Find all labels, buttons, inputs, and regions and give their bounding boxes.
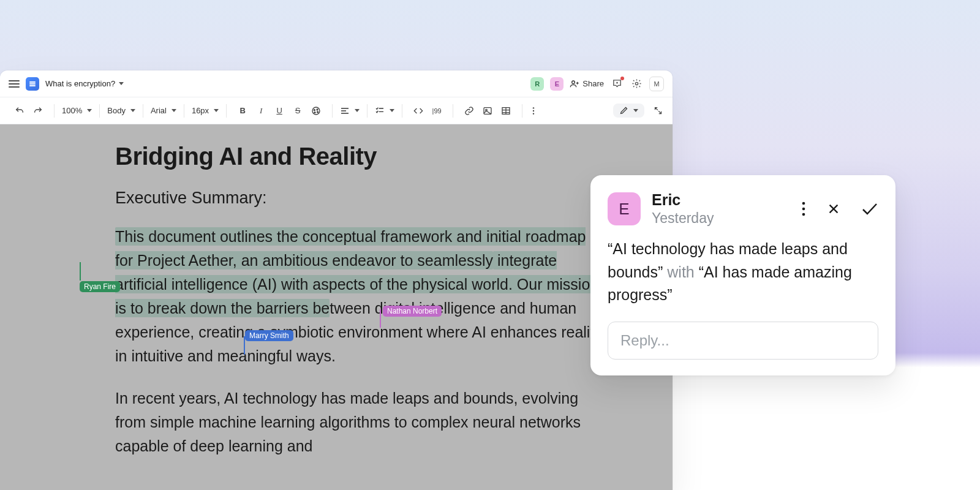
svg-point-4 — [317, 109, 318, 110]
topbar: What is encryption? R E Share M — [0, 70, 673, 97]
comment-close-button[interactable] — [827, 202, 840, 216]
notification-dot — [620, 77, 624, 80]
checklist-select[interactable] — [372, 106, 397, 116]
expand-button[interactable] — [652, 102, 664, 119]
collab-avatar-r[interactable]: R — [530, 77, 544, 91]
person-add-icon — [570, 79, 579, 89]
strikethrough-button[interactable]: S — [292, 102, 304, 119]
zoom-value: 100% — [62, 106, 82, 115]
collab-tag-marry: Marry Smith — [245, 330, 293, 341]
svg-point-2 — [312, 107, 320, 115]
svg-point-15 — [802, 213, 805, 216]
paragraph-1: This document outlines the conceptual fr… — [115, 225, 605, 368]
share-label: Share — [582, 79, 604, 88]
paragraph-2: In recent years, AI technology has made … — [115, 386, 605, 458]
line-number-value: 99 — [434, 107, 441, 115]
user-avatar-m[interactable]: M — [649, 77, 664, 91]
style-value: Body — [107, 106, 126, 115]
style-select[interactable]: Body — [105, 106, 138, 115]
redo-button[interactable] — [32, 102, 44, 119]
collab-tag-nathan: Nathan Norbert — [383, 306, 442, 317]
svg-point-5 — [317, 111, 318, 113]
document-canvas[interactable]: Bridging AI and Reality Executive Summar… — [0, 124, 673, 490]
comment-header: E Eric Yesterday — [608, 191, 878, 227]
checklist-icon — [375, 106, 385, 116]
svg-point-6 — [314, 111, 315, 113]
comment-resolve-button[interactable] — [861, 202, 878, 216]
svg-point-14 — [802, 208, 805, 211]
pen-icon — [619, 106, 628, 115]
cursor-nathan — [380, 309, 381, 328]
edit-mode-select[interactable] — [613, 104, 644, 118]
comment-body: “AI technology has made leaps and bounds… — [608, 238, 878, 307]
color-button[interactable] — [310, 102, 322, 119]
align-select[interactable] — [337, 106, 362, 116]
chevron-down-icon — [130, 109, 135, 112]
svg-point-11 — [533, 110, 534, 111]
comment-more-button[interactable] — [801, 201, 806, 217]
doc-heading: Bridging AI and Reality — [115, 143, 605, 170]
settings-icon[interactable] — [630, 77, 643, 91]
code-button[interactable] — [412, 102, 424, 119]
table-button[interactable] — [500, 102, 512, 119]
title-dropdown-icon[interactable] — [119, 82, 124, 85]
more-button[interactable] — [527, 102, 540, 119]
font-select[interactable]: Arial — [148, 106, 179, 115]
reply-input[interactable]: Reply... — [608, 322, 878, 360]
collab-tag-ryan: Ryan Fire — [80, 281, 120, 292]
app-window: What is encryption? R E Share M — [0, 70, 673, 490]
italic-button[interactable]: I — [255, 102, 267, 119]
formatting-toolbar: 100% Body Arial 16px B I U S — [0, 97, 673, 124]
chevron-down-icon — [172, 109, 176, 112]
svg-point-0 — [572, 81, 575, 84]
reply-placeholder: Reply... — [620, 332, 669, 349]
link-button[interactable] — [463, 102, 475, 119]
share-button[interactable]: Share — [570, 79, 604, 89]
doc-app-icon — [26, 77, 39, 91]
comment-connector: with — [663, 263, 698, 281]
svg-point-10 — [533, 107, 534, 108]
collab-avatar-e[interactable]: E — [550, 77, 564, 91]
menu-icon[interactable] — [9, 80, 20, 88]
underline-button[interactable]: U — [273, 102, 285, 119]
chevron-down-icon — [87, 109, 92, 112]
comment-card: E Eric Yesterday “AI technology has made… — [590, 175, 895, 375]
size-select[interactable]: 16px — [189, 106, 221, 115]
doc-title[interactable]: What is encryption? — [45, 79, 124, 88]
image-button[interactable] — [481, 102, 494, 119]
line-number-button[interactable]: |99 — [431, 102, 443, 119]
chevron-down-icon — [633, 109, 638, 112]
doc-title-text: What is encryption? — [45, 79, 115, 88]
chevron-down-icon — [390, 109, 394, 112]
comment-timestamp: Yesterday — [652, 210, 714, 227]
svg-point-13 — [802, 202, 805, 205]
svg-point-1 — [635, 82, 638, 85]
cursor-ryan — [80, 262, 81, 281]
chevron-down-icon — [355, 109, 360, 112]
align-left-icon — [340, 106, 350, 116]
doc-subtitle: Executive Summary: — [115, 189, 605, 208]
bold-button[interactable]: B — [236, 102, 249, 119]
zoom-select[interactable]: 100% — [59, 106, 94, 115]
chevron-down-icon — [214, 109, 219, 112]
comment-author: Eric — [652, 191, 714, 209]
svg-point-3 — [314, 109, 315, 110]
comments-icon[interactable] — [610, 77, 624, 91]
size-value: 16px — [192, 106, 209, 115]
font-value: Arial — [151, 106, 167, 115]
svg-point-12 — [533, 113, 534, 114]
undo-button[interactable] — [13, 102, 26, 119]
comment-avatar: E — [608, 192, 641, 225]
